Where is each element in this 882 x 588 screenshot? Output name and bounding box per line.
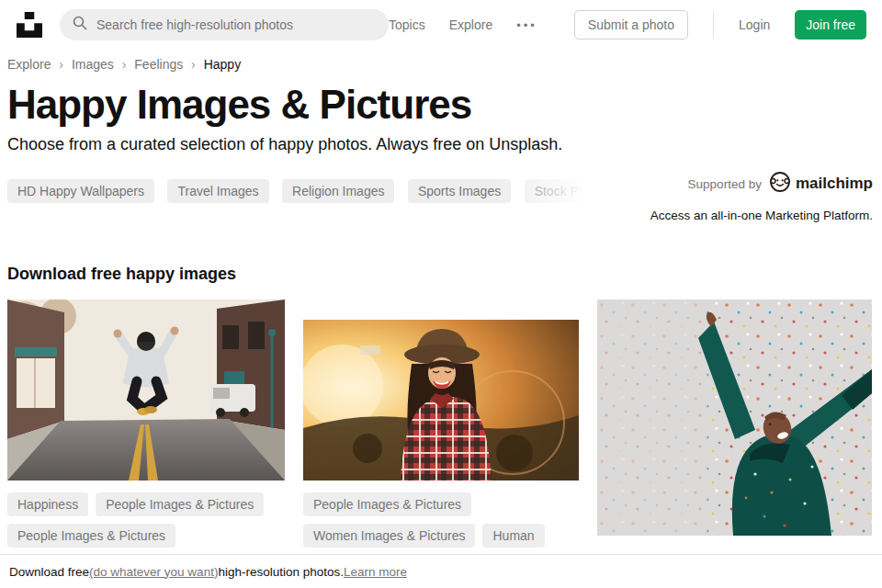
sponsor-block: Supported by mailchimp Access an all-in-… [650, 171, 873, 222]
mailchimp-monkey-icon [769, 171, 791, 197]
unsplash-logo-icon[interactable] [17, 12, 42, 38]
learn-more-link[interactable]: Learn more [344, 565, 407, 579]
page-subtitle: Choose from a curated selection of happy… [7, 135, 873, 154]
submit-photo-button[interactable]: Submit a photo [574, 10, 688, 40]
tag-pill[interactable]: Stock Photos & Images [525, 179, 599, 203]
tag-pill[interactable]: Travel Images [167, 179, 268, 203]
breadcrumb-current: Happy [204, 57, 241, 72]
nav-explore-link[interactable]: Explore [449, 17, 492, 32]
gallery-column [597, 300, 872, 548]
nav-links: Topics Explore ••• Submit a photo Login … [389, 10, 866, 40]
photo-3-illustration [597, 300, 872, 536]
photo-1-illustration [7, 300, 285, 481]
photo-tag-pill[interactable]: People Images & Pictures [96, 492, 264, 516]
breadcrumb-separator: › [191, 57, 196, 72]
photo-thumbnail-sunset-smile[interactable] [303, 320, 579, 481]
breadcrumb-images[interactable]: Images [72, 57, 114, 72]
search-input[interactable] [96, 17, 376, 32]
breadcrumb: Explore › Images › Feelings › Happy [7, 57, 873, 72]
page-title: Happy Images & Pictures [7, 83, 873, 127]
related-tags-row: HD Happy Wallpapers Travel Images Religi… [7, 179, 599, 204]
search-bar[interactable] [60, 9, 389, 40]
photo-tag-pill[interactable]: Human [482, 524, 544, 548]
gallery-column: People Images & Pictures Women Images & … [303, 320, 579, 548]
breadcrumb-feelings[interactable]: Feelings [134, 57, 183, 72]
photo-2-illustration [303, 320, 579, 481]
footer-text: high-resolution photos. [218, 565, 344, 579]
photo-tags-row: People Images & Pictures [7, 524, 285, 548]
login-link[interactable]: Login [739, 17, 770, 32]
nav-divider [713, 11, 714, 39]
photo-tags-row: Happiness People Images & Pictures [7, 492, 285, 516]
photo-thumbnail-confetti-joy[interactable] [597, 300, 872, 536]
main-content: Explore › Images › Feelings › Happy Happ… [0, 57, 882, 548]
sponsor-prefix: Supported by [688, 177, 762, 191]
photo-tag-pill[interactable]: People Images & Pictures [303, 492, 471, 516]
search-icon [73, 16, 87, 34]
footer-text: Download free [9, 565, 89, 579]
breadcrumb-separator: › [122, 57, 127, 72]
footer-license-bar: Download free (do whatever you want) hig… [0, 554, 882, 588]
join-free-button[interactable]: Join free [795, 10, 866, 40]
section-heading: Download free happy images [7, 265, 873, 284]
tag-pill[interactable]: Religion Images [282, 179, 394, 203]
photo-tags-row: People Images & Pictures [303, 492, 579, 516]
breadcrumb-explore[interactable]: Explore [7, 57, 51, 72]
photo-tag-pill[interactable]: Happiness [7, 492, 88, 516]
more-options-icon[interactable]: ••• [516, 18, 537, 32]
tag-pill[interactable]: HD Happy Wallpapers [7, 179, 154, 203]
mailchimp-wordmark[interactable]: mailchimp [796, 175, 873, 193]
gallery-column: Happiness People Images & Pictures Peopl… [7, 300, 285, 548]
photo-gallery: Happiness People Images & Pictures Peopl… [7, 300, 873, 548]
top-navigation-bar: Topics Explore ••• Submit a photo Login … [0, 0, 882, 50]
tag-pill[interactable]: Sports Images [408, 179, 511, 203]
breadcrumb-separator: › [59, 57, 63, 72]
photo-thumbnail-street-jump[interactable] [7, 300, 285, 481]
photo-tag-pill[interactable]: Women Images & Pictures [303, 524, 475, 548]
license-link[interactable]: (do whatever you want) [89, 565, 218, 579]
photo-tag-pill[interactable]: People Images & Pictures [7, 524, 175, 548]
sponsor-tagline[interactable]: Access an all-in-one Marketing Platform. [650, 209, 873, 222]
nav-topics-link[interactable]: Topics [389, 17, 425, 32]
photo-tags-row: Women Images & Pictures Human [303, 524, 579, 548]
